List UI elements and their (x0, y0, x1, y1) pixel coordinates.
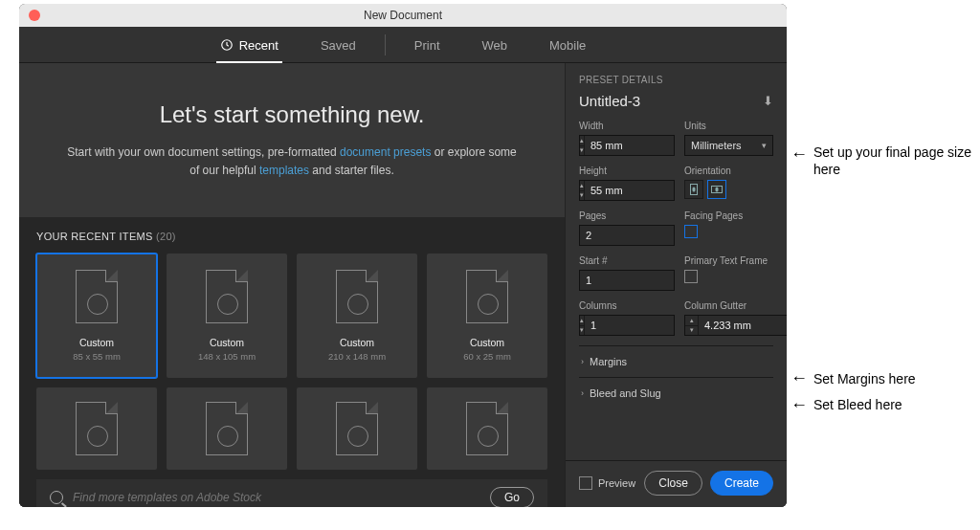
tab-label: Web (482, 38, 508, 53)
content-area: Let's start something new. Start with yo… (19, 63, 787, 507)
clock-icon (220, 38, 234, 52)
download-preset-icon[interactable]: ⬇ (763, 94, 773, 108)
gutter-label: Column Gutter (684, 300, 787, 311)
start-number-field[interactable] (579, 270, 675, 291)
link-document-presets[interactable]: document presets (340, 145, 431, 159)
tab-print[interactable]: Print (393, 27, 461, 63)
hero-heading: Let's start something new. (42, 101, 542, 128)
preview-label: Preview (598, 477, 635, 489)
preset-card[interactable]: Custom 85 x 55 mm (36, 254, 157, 378)
preset-icon (206, 402, 248, 455)
preset-icon (336, 402, 378, 455)
search-icon (50, 491, 63, 504)
tab-label: Print (414, 38, 440, 53)
preset-card[interactable] (167, 387, 287, 470)
stock-go-button[interactable]: Go (490, 487, 534, 507)
columns-label: Columns (579, 300, 675, 311)
create-button[interactable]: Create (710, 471, 773, 496)
stock-search-input[interactable] (73, 491, 480, 504)
bleed-slug-collapsible[interactable]: › Bleed and Slug (579, 377, 773, 409)
tab-saved[interactable]: Saved (300, 27, 377, 63)
pages-label: Pages (579, 210, 675, 221)
units-value: Millimeters (691, 140, 742, 151)
orientation-portrait-button[interactable] (684, 180, 703, 199)
start-number-label: Start # (579, 255, 675, 266)
tab-web[interactable]: Web (461, 27, 529, 63)
facing-pages-label: Facing Pages (684, 210, 773, 221)
margins-collapsible[interactable]: › Margins (579, 345, 773, 377)
preset-name: Custom (340, 337, 374, 348)
title-bar: New Document (19, 4, 787, 27)
annotation-bleed: ← Set Bleed here (791, 394, 978, 416)
tab-label: Recent (239, 38, 278, 53)
height-field[interactable]: ▴▾ (579, 180, 675, 201)
preset-card[interactable]: Custom 60 x 25 mm (427, 254, 547, 378)
arrow-left-icon: ← (791, 394, 808, 416)
hero-section: Let's start something new. Start with yo… (19, 63, 565, 217)
close-button[interactable]: Close (644, 471, 702, 496)
height-label: Height (579, 166, 675, 176)
hero-description: Start with your own document settings, p… (62, 144, 522, 179)
facing-pages-checkbox[interactable] (684, 225, 698, 238)
preset-name: Custom (210, 337, 244, 348)
units-select[interactable]: Millimeters ▾ (684, 135, 773, 156)
preset-icon (466, 270, 508, 323)
chevron-right-icon: › (581, 357, 584, 366)
preset-dim: 148 x 105 mm (198, 351, 256, 362)
preset-dim: 85 x 55 mm (73, 351, 121, 362)
arrow-left-icon: ← (791, 144, 808, 166)
left-pane: Let's start something new. Start with yo… (19, 63, 565, 507)
gutter-input[interactable] (699, 320, 787, 331)
preset-card[interactable]: Custom 210 x 148 mm (297, 254, 417, 378)
preset-footer: Preview Close Create (566, 460, 787, 507)
width-label: Width (579, 121, 675, 131)
preset-icon (76, 270, 118, 323)
preset-icon (76, 402, 118, 455)
chevron-right-icon: › (581, 388, 584, 398)
document-title-field[interactable]: Untitled-3 (579, 93, 640, 109)
preset-details-label: PRESET DETAILS (579, 75, 773, 85)
arrow-left-icon: ← (791, 367, 808, 389)
orientation-landscape-button[interactable] (707, 180, 726, 199)
preview-checkbox[interactable] (579, 476, 592, 490)
bleed-label: Bleed and Slug (590, 387, 661, 399)
preset-dim: 210 x 148 mm (328, 351, 386, 362)
preset-dim: 60 x 25 mm (463, 351, 511, 362)
margins-label: Margins (590, 356, 627, 367)
preset-name: Custom (470, 337, 504, 348)
tab-recent[interactable]: Recent (199, 27, 300, 63)
annotation-column: ← Set up your final page size here ← Set… (787, 0, 978, 420)
new-document-window: New Document Recent Saved Print Web Mobi… (19, 4, 787, 507)
columns-field[interactable]: ▴▾ (579, 315, 675, 336)
tab-label: Saved (321, 38, 356, 53)
primary-text-frame-label: Primary Text Frame (684, 255, 773, 266)
gutter-field[interactable]: ▴▾ (684, 315, 787, 336)
preset-grid-row-2 (36, 387, 547, 470)
preset-icon (336, 270, 378, 323)
preset-grid: Custom 85 x 55 mm Custom 148 x 105 mm Cu… (36, 254, 547, 378)
tab-mobile[interactable]: Mobile (528, 27, 607, 63)
window-title: New Document (364, 9, 442, 22)
preset-name: Custom (79, 337, 114, 348)
chevron-down-icon: ▾ (762, 141, 767, 150)
preset-icon (206, 270, 248, 323)
units-label: Units (684, 121, 773, 131)
annotation-margins: ← Set Margins here (791, 367, 978, 389)
tabs-bar: Recent Saved Print Web Mobile (19, 27, 787, 63)
preset-card[interactable] (297, 387, 417, 470)
close-window-button[interactable] (29, 10, 40, 21)
recent-section: YOUR RECENT ITEMS (20) Custom 85 x 55 mm… (19, 217, 565, 507)
primary-text-frame-checkbox[interactable] (684, 270, 698, 283)
preset-card[interactable] (427, 387, 547, 470)
preset-card[interactable]: Custom 148 x 105 mm (167, 254, 287, 378)
link-templates[interactable]: templates (259, 164, 309, 177)
tab-divider (385, 34, 386, 55)
preset-details-panel: PRESET DETAILS Untitled-3 ⬇ Width ▴▾ (565, 63, 787, 507)
pages-field[interactable] (579, 225, 675, 246)
stock-search-bar: Go (36, 479, 547, 507)
width-field[interactable]: ▴▾ (579, 135, 675, 156)
gutter-stepper[interactable]: ▴▾ (685, 316, 699, 335)
orientation-label: Orientation (684, 166, 773, 176)
preset-card[interactable] (36, 387, 157, 470)
tab-label: Mobile (549, 38, 586, 53)
